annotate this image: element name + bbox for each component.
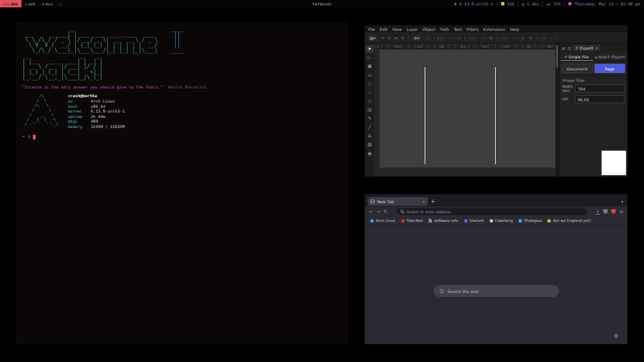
menu-path[interactable]: Path — [440, 27, 449, 32]
workspace-mux[interactable]: ⊞mux — [39, 0, 56, 7]
page-scope-button[interactable]: Page — [594, 64, 626, 73]
tuta-mail-favicon — [401, 219, 405, 223]
coord-w-field[interactable]: 0.000 — [494, 35, 510, 41]
spin-plus-icon[interactable]: + — [451, 36, 454, 40]
back-button[interactable]: ← — [369, 209, 373, 215]
close-tab-icon[interactable]: × — [422, 199, 425, 204]
browser-window[interactable]: New Tab × + ▾ ← → ↻ Search or enter addr… — [364, 194, 628, 345]
pencil-tool-icon[interactable]: ✎ — [366, 115, 374, 123]
workspace-web[interactable]: ◎web — [21, 0, 39, 7]
bookmark-software-refs[interactable]: software refs — [429, 219, 458, 223]
fetch-output: /\ / \ /\ \ / \ / __ \ / | | -\ /_-'' ''… — [22, 93, 341, 129]
spin-plus-icon[interactable]: + — [515, 36, 518, 40]
browser-shield-icon[interactable] — [603, 209, 608, 215]
layers-dialog-icon[interactable]: ▤ — [561, 46, 566, 50]
coord-h-field[interactable]: 0.000 — [533, 35, 549, 41]
menu-extensions[interactable]: Extensions — [484, 27, 506, 32]
drawn-vertical-line-2[interactable] — [495, 67, 496, 164]
memory-icon: ▮ — [522, 2, 524, 6]
flip-vertical-icon[interactable]: ⇅ — [401, 36, 405, 40]
web-search-input[interactable]: Search the web — [433, 285, 559, 297]
menu-text[interactable]: Text — [453, 27, 462, 32]
drawing-canvas[interactable] — [374, 49, 555, 176]
ellipse-tool-icon[interactable]: ○ — [366, 80, 374, 88]
box3d-tool-icon[interactable]: ◇ — [366, 97, 374, 105]
prompt-char: ❯ — [28, 134, 30, 139]
new-tab-button[interactable]: + — [431, 198, 435, 204]
bookmark-codeberg[interactable]: Codeberg — [490, 219, 513, 223]
objects-dialog-icon[interactable]: ▥ — [568, 46, 572, 50]
close-icon[interactable]: × — [595, 46, 598, 50]
scrollbar-thumb[interactable] — [556, 45, 558, 68]
bookmark-arch-linux[interactable]: Arch Linux — [370, 219, 395, 223]
code-icon: </> — [3, 2, 9, 6]
volume-level: 72% — [553, 1, 561, 6]
coord-label-y: Y — [458, 36, 461, 40]
flip-horizontal-icon[interactable]: ⇄ — [394, 36, 398, 40]
spin-minus-icon[interactable]: − — [511, 36, 514, 40]
volume-icon[interactable]: ◀) — [547, 2, 551, 6]
batch-export-label: Batch Export — [599, 54, 625, 59]
rectangle-tool-icon[interactable]: ▭ — [366, 71, 374, 79]
bookmark-are-we-england-yet[interactable]: Are we England yet? — [547, 219, 590, 223]
rotate-cw-icon[interactable]: ↻ — [388, 36, 391, 40]
single-file-icon: ▪ — [565, 54, 567, 58]
lock-ratio-icon[interactable]: ∞ — [521, 36, 524, 40]
text-tool-icon[interactable]: A — [366, 132, 374, 140]
menu-view[interactable]: View — [392, 27, 402, 32]
bezier-pen-tool-icon[interactable]: ╱ — [366, 123, 374, 131]
rotate-ccw-icon[interactable]: ↺ — [381, 36, 384, 40]
tab-single-file[interactable]: ▪ Single File — [561, 53, 593, 61]
spin-minus-icon[interactable]: − — [550, 36, 553, 40]
reload-button[interactable]: ↻ — [384, 209, 388, 215]
adblock-icon[interactable] — [611, 209, 616, 215]
shape-builder-tool-icon[interactable]: ▣ — [366, 62, 374, 70]
align-dropdown[interactable]: ≣▾ — [412, 35, 421, 41]
terminal-window[interactable]: _ ____ __ _____| | ___ ___ _ __ ___ ___ … — [16, 23, 347, 344]
spiral-tool-icon[interactable]: @ — [366, 106, 374, 114]
dropper-tool-icon[interactable]: ◉ — [366, 149, 374, 158]
export-dialog-tab[interactable]: ⇧ Export × — [573, 45, 600, 51]
menu-filters[interactable]: Filters — [467, 27, 479, 32]
spin-plus-icon[interactable]: + — [554, 36, 557, 40]
url-placeholder: Search or enter address — [407, 210, 451, 214]
node-tool-icon[interactable]: ▷ — [366, 54, 374, 62]
selection-mode-dropdown[interactable]: ▦▾ — [368, 35, 378, 41]
menu-file[interactable]: File — [368, 27, 375, 32]
browser-tab-newtab[interactable]: New Tab × — [368, 197, 428, 206]
coord-x-field[interactable]: 0.000 — [431, 35, 446, 41]
tab-batch-export[interactable]: ▪ Batch Export — [594, 53, 627, 60]
document-scope-button[interactable]: Document — [561, 64, 593, 73]
ruler-number: 100 — [395, 45, 400, 48]
shell-prompt[interactable]: ~ ❯ — [22, 134, 341, 139]
menu-icon[interactable]: ≡ — [619, 209, 623, 215]
workspace-dev[interactable]: </>dev — [0, 0, 21, 7]
drawn-vertical-line-1[interactable] — [425, 67, 425, 164]
menu-edit[interactable]: Edit — [380, 27, 388, 32]
menu-help[interactable]: Help — [510, 27, 519, 32]
newtab-settings-gear-icon[interactable]: ⚙ — [614, 333, 619, 339]
downloads-icon[interactable]: ↓ — [596, 209, 600, 215]
spin-plus-icon[interactable]: + — [483, 36, 486, 40]
coord-y-field[interactable]: 0.000 — [462, 35, 477, 41]
bookmark-tuta-mail[interactable]: Tuta Mail — [401, 219, 423, 223]
bookmark-discord[interactable]: Discord — [464, 219, 484, 223]
forward-button[interactable]: → — [376, 209, 380, 215]
star-tool-icon[interactable]: ☆ — [366, 88, 374, 97]
dpi-label: DPI — [562, 97, 573, 101]
spin-minus-icon[interactable]: − — [478, 36, 481, 40]
bookmark-photopea[interactable]: Photopea — [519, 219, 541, 223]
page-background[interactable] — [380, 50, 555, 168]
width-input[interactable]: 794 — [575, 84, 625, 93]
menu-object[interactable]: Object — [423, 27, 436, 32]
horizontal-ruler: 0100200300400500600700800 — [374, 44, 555, 49]
url-bar[interactable]: Search or enter address — [396, 208, 588, 215]
inkscape-window[interactable]: FileEditViewLayerObjectPathTextFiltersEx… — [364, 25, 628, 177]
list-all-tabs-icon[interactable]: ▾ — [621, 199, 625, 204]
selector-tool-icon[interactable]: ➤ — [366, 45, 374, 53]
dpi-input[interactable]: 96.00 — [575, 95, 625, 103]
menu-layer[interactable]: Layer — [407, 27, 418, 32]
spin-minus-icon[interactable]: − — [447, 36, 450, 40]
workspace-icon[interactable]: □ — [56, 0, 65, 7]
gradient-tool-icon[interactable]: ▨ — [366, 141, 374, 149]
